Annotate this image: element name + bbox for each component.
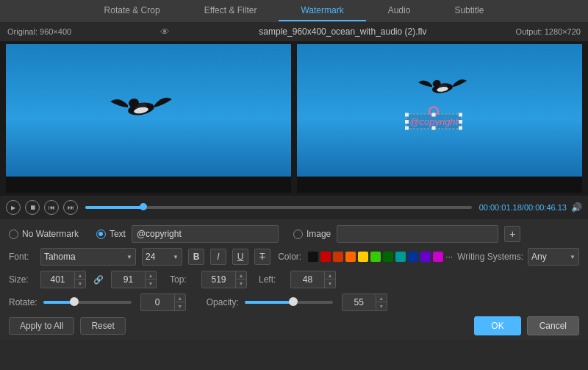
apply-all-button[interactable]: Apply to All [9, 317, 74, 335]
swatch-purple[interactable] [420, 252, 431, 262]
image-path-input[interactable] [337, 225, 498, 243]
watermark-text[interactable]: @copyright [406, 114, 462, 129]
left-spinbox[interactable]: 48 ▲ ▼ [290, 271, 336, 288]
opacity-fill [245, 301, 293, 304]
opacity-slider[interactable] [245, 301, 333, 304]
left-down[interactable]: ▼ [325, 280, 335, 288]
watermark-text-input[interactable] [132, 225, 279, 243]
add-image-button[interactable]: + [504, 226, 520, 242]
italic-button[interactable]: I [210, 249, 226, 265]
size-position-row: Size: 401 ▲ ▼ 🔗 91 ▲ ▼ Top: 519 ▲ ▼ Left… [9, 271, 579, 288]
no-watermark-label: No Watermark [22, 229, 79, 239]
color-label: Color: [278, 252, 304, 262]
writing-systems-caret: ▼ [570, 254, 576, 260]
bird-right [413, 66, 472, 107]
opacity-label: Opacity: [207, 297, 239, 307]
font-dropdown-caret: ▼ [126, 254, 132, 260]
bird-left [104, 81, 178, 132]
opacity-input[interactable]: 55 [343, 297, 376, 307]
font-dropdown[interactable]: Tahoma ▼ [40, 248, 136, 266]
resize-handle-bl[interactable] [405, 127, 409, 130]
rotate-input[interactable]: 0 [141, 297, 174, 307]
resize-handle-mb[interactable] [432, 127, 436, 130]
opacity-up[interactable]: ▲ [376, 294, 387, 302]
video-header: Original: 960×400 👁 sample_960x400_ocean… [0, 22, 588, 41]
image-radio[interactable]: Image [293, 229, 331, 239]
font-label: Font: [9, 252, 35, 262]
more-colors-button[interactable]: ··· [445, 252, 453, 262]
video-previews: @copyright [0, 41, 588, 196]
progress-bar[interactable] [85, 206, 472, 209]
size-height-input[interactable]: 91 [112, 274, 145, 285]
resize-handle-br[interactable] [459, 127, 462, 130]
swatch-black[interactable] [308, 252, 318, 262]
resize-handle-mr[interactable] [459, 120, 462, 124]
opacity-thumb[interactable] [289, 297, 298, 306]
resize-handle-mt[interactable] [432, 113, 436, 117]
bold-button[interactable]: B [188, 249, 204, 265]
tab-watermark[interactable]: Watermark [279, 1, 365, 21]
strikethrough-button[interactable]: T [254, 249, 270, 265]
top-label: Top: [170, 274, 196, 285]
swatch-darkgreen[interactable] [383, 252, 393, 262]
image-radio-label: Image [306, 229, 331, 239]
opacity-arrows: ▲ ▼ [376, 294, 387, 310]
size-height-up[interactable]: ▲ [146, 271, 156, 280]
progress-thumb[interactable] [140, 203, 147, 210]
opacity-down[interactable]: ▼ [376, 302, 387, 310]
rotate-slider[interactable] [43, 301, 132, 304]
tab-effect-filter[interactable]: Effect & Filter [182, 1, 279, 21]
tab-rotate-crop[interactable]: Rotate & Crop [82, 1, 182, 21]
eye-icon[interactable]: 👁 [160, 26, 170, 38]
tab-bar: Rotate & Crop Effect & Filter Watermark … [0, 0, 588, 22]
swatch-darkred[interactable] [333, 252, 343, 262]
writing-systems-dropdown[interactable]: Any ▼ [528, 248, 579, 266]
tab-audio[interactable]: Audio [366, 1, 433, 21]
rotate-up[interactable]: ▲ [175, 294, 185, 302]
link-dimensions-icon[interactable]: 🔗 [92, 275, 105, 285]
size-width-spinbox[interactable]: 401 ▲ ▼ [40, 271, 86, 288]
reset-button[interactable]: Reset [80, 317, 125, 335]
resize-handle-ml[interactable] [405, 120, 409, 124]
top-down[interactable]: ▼ [236, 280, 246, 288]
swatch-blue[interactable] [408, 252, 418, 262]
resize-handle-tr[interactable] [459, 113, 462, 117]
cancel-button[interactable]: Cancel [527, 316, 579, 335]
top-input[interactable]: 519 [202, 274, 235, 285]
next-button[interactable]: ⏭ [63, 200, 78, 215]
left-input[interactable]: 48 [291, 274, 324, 285]
writing-systems-label: Writing Systems: [457, 252, 523, 262]
size-width-up[interactable]: ▲ [75, 271, 85, 280]
text-radio[interactable]: Text [96, 229, 126, 239]
swatch-orange[interactable] [345, 252, 356, 262]
top-spinbox[interactable]: 519 ▲ ▼ [201, 271, 247, 288]
swatch-red[interactable] [320, 252, 331, 262]
left-up[interactable]: ▲ [325, 271, 335, 280]
swatch-yellow[interactable] [358, 252, 368, 262]
no-watermark-radio[interactable]: No Watermark [9, 229, 79, 239]
rotate-thumb[interactable] [70, 297, 79, 306]
prev-button[interactable]: ⏮ [44, 200, 59, 215]
text-radio-circle [96, 230, 106, 239]
filename: sample_960x400_ocean_with_audio (2).flv [259, 26, 426, 37]
top-up[interactable]: ▲ [236, 271, 246, 280]
swatch-green[interactable] [370, 252, 381, 262]
play-button[interactable]: ▶ [6, 200, 21, 215]
size-width-input[interactable]: 401 [41, 274, 74, 285]
rotate-opacity-row: Rotate: 0 ▲ ▼ Opacity: 55 ▲ ▼ [9, 293, 579, 311]
rotate-down[interactable]: ▼ [175, 302, 185, 310]
swatch-magenta[interactable] [433, 252, 443, 262]
size-dropdown[interactable]: 24 ▼ [142, 248, 182, 266]
ok-button[interactable]: OK [474, 316, 520, 335]
opacity-spinbox[interactable]: 55 ▲ ▼ [342, 293, 387, 311]
size-height-spinbox[interactable]: 91 ▲ ▼ [111, 271, 157, 288]
underline-button[interactable]: U [232, 249, 248, 265]
rotate-spinbox[interactable]: 0 ▲ ▼ [140, 293, 186, 311]
swatch-teal[interactable] [395, 252, 406, 262]
resize-handle-tl[interactable] [405, 113, 409, 117]
tab-subtitle[interactable]: Subtitle [432, 1, 506, 21]
size-width-down[interactable]: ▼ [75, 280, 85, 288]
size-height-down[interactable]: ▼ [146, 280, 156, 288]
stop-button[interactable]: ⏹ [25, 200, 40, 215]
volume-icon[interactable]: 🔊 [571, 202, 582, 213]
